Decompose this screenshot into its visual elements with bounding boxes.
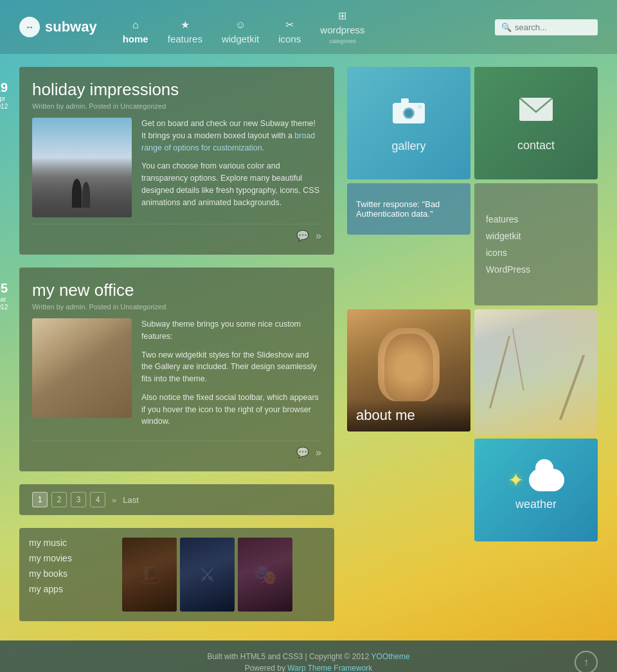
- post-2-meta: Written by admin. Posted in Uncategorize…: [32, 303, 321, 311]
- link-my-apps[interactable]: my apps: [29, 584, 112, 594]
- nav-wordpress-sublabel: categories: [329, 38, 356, 44]
- post-2-text: Subway theme brings you some nice custom…: [141, 318, 321, 434]
- pagination: 1 2 3 4 » Last: [19, 484, 334, 515]
- movie-thumbnails: 🎩 ⚔ 🎭: [122, 538, 325, 612]
- scissors-icon: ✂: [285, 19, 294, 31]
- post-2-footer: 💬 »: [32, 440, 321, 459]
- comment-icon-2[interactable]: 💬: [296, 446, 309, 459]
- silhouette-2: [82, 182, 90, 208]
- widget-links: my music my movies my books my apps: [29, 538, 112, 612]
- office-image: [32, 318, 132, 418]
- post-1-title: holiday impressions: [32, 80, 321, 100]
- tiles-grid: gallery contact Twitter response: "Bad A…: [347, 67, 598, 541]
- post-1-p1: Get on board and check our new Subway th…: [141, 118, 321, 154]
- svg-point-4: [418, 105, 422, 109]
- nav-features-label: features: [168, 33, 202, 44]
- nav-home[interactable]: ⌂ home: [123, 19, 148, 44]
- movie-poster-icon-2: ⚔: [199, 563, 216, 586]
- nav-widgetkit[interactable]: ☺ widgetkit: [222, 19, 259, 44]
- sun-glow: [474, 309, 598, 435]
- search-icon: 🔍: [501, 23, 512, 32]
- movie-thumb-2[interactable]: ⚔: [180, 538, 235, 612]
- arrow-right-icon[interactable]: »: [316, 230, 321, 242]
- contact-label: contact: [517, 139, 555, 152]
- page-1[interactable]: 1: [32, 492, 48, 507]
- tile-gallery[interactable]: gallery: [347, 67, 470, 179]
- post-1-body: Get on board and check our new Subway th…: [32, 118, 321, 217]
- tile-weather[interactable]: ✦ weather: [474, 439, 598, 541]
- tile-nav-wordpress[interactable]: WordPress: [486, 264, 586, 275]
- footer-line-2: Powered by Warp Theme Framework: [12, 664, 605, 672]
- post-1-thumbnail: [32, 118, 132, 217]
- gallery-label: gallery: [391, 140, 425, 153]
- post-1-meta: Written by admin. Posted in Uncategorize…: [32, 102, 321, 110]
- movie-poster-icon-1: 🎩: [138, 563, 161, 586]
- main-nav: ⌂ home ★ features ☺ widgetkit ✂ icons ⊞ …: [123, 10, 495, 44]
- post-1-day: 19: [0, 80, 8, 95]
- back-to-top-button[interactable]: ↑: [575, 651, 598, 672]
- star-icon: ★: [181, 19, 190, 31]
- page-3[interactable]: 3: [71, 492, 86, 507]
- nav-wordpress[interactable]: ⊞ wordpress categories: [320, 10, 364, 44]
- wp-icon: ⊞: [338, 10, 346, 22]
- comment-icon[interactable]: 💬: [296, 230, 309, 242]
- tile-nav-widgetkit[interactable]: widgetkit: [486, 231, 586, 241]
- movie-poster-icon-3: 🎭: [253, 563, 277, 586]
- face-shape: [378, 328, 440, 401]
- post-2-p3: Also notice the fixed social toolbar, wh…: [141, 392, 321, 428]
- search-input[interactable]: [515, 23, 598, 32]
- tile-nav-features[interactable]: features: [486, 214, 586, 224]
- movie-thumb-3[interactable]: 🎭: [238, 538, 292, 612]
- arrow-right-icon-2[interactable]: »: [316, 447, 321, 459]
- tile-about-me[interactable]: about me: [347, 309, 470, 431]
- footer-line-1: Built with HTML5 and CSS3 | Copyright © …: [12, 652, 605, 661]
- nav-widgetkit-label: widgetkit: [222, 33, 259, 44]
- post-2-p2: Two new widgetkit styles for the Slidesh…: [141, 349, 321, 385]
- winter-overlay: [474, 309, 598, 435]
- silhouette-1: [72, 179, 82, 208]
- tile-contact[interactable]: contact: [474, 67, 598, 179]
- tile-nav-icons[interactable]: icons: [486, 248, 586, 258]
- nav-icons[interactable]: ✂ icons: [278, 19, 301, 44]
- logo[interactable]: ↔ subway: [19, 17, 97, 37]
- post-card-2: 05 mar 2012 my new office Written by adm…: [19, 268, 334, 471]
- link-my-music[interactable]: my music: [29, 538, 112, 548]
- search-box[interactable]: 🔍: [495, 19, 598, 35]
- person-icon: ☺: [235, 19, 246, 31]
- yootheme-link[interactable]: YOOtheme: [371, 652, 410, 661]
- post-1-date: 19 apr 2012: [0, 80, 8, 111]
- post-1-month: apr: [0, 95, 8, 103]
- post-2-year: 2012: [0, 304, 8, 311]
- envelope-icon: [517, 94, 555, 132]
- link-my-books[interactable]: my books: [29, 568, 112, 579]
- mountains-image: [32, 118, 132, 217]
- post-card-1: 19 apr 2012 holiday impressions Written …: [19, 67, 334, 255]
- post-2-date: 05 mar 2012: [0, 280, 8, 311]
- nav-features[interactable]: ★ features: [168, 19, 202, 44]
- warp-link[interactable]: Warp Theme Framework: [287, 664, 372, 672]
- sun-rays-icon: ✦: [508, 469, 524, 491]
- movie-thumb-1[interactable]: 🎩: [122, 538, 177, 612]
- link-my-movies[interactable]: my movies: [29, 553, 112, 563]
- tile-winter-photo[interactable]: [474, 309, 598, 435]
- post-1-year: 2012: [0, 103, 8, 111]
- weather-icon-wrap: ✦: [508, 469, 564, 491]
- post-2-title: my new office: [32, 280, 321, 300]
- page-last[interactable]: Last: [123, 495, 139, 505]
- nav-home-label: home: [123, 33, 148, 44]
- post-2-month: mar: [0, 296, 8, 304]
- page-4[interactable]: 4: [90, 492, 105, 507]
- post-2-thumbnail: [32, 318, 132, 418]
- header: ↔ subway ⌂ home ★ features ☺ widgetkit ✂…: [0, 0, 617, 54]
- twitter-text: Twitter response: "Bad Authentication da…: [356, 199, 461, 219]
- main-content: 19 apr 2012 holiday impressions Written …: [0, 54, 617, 634]
- camera-icon: [389, 93, 428, 133]
- bottom-widget: my music my movies my books my apps 🎩 ⚔ …: [19, 528, 334, 621]
- post-2-body: Subway theme brings you some nice custom…: [32, 318, 321, 434]
- left-column: 19 apr 2012 holiday impressions Written …: [19, 67, 334, 621]
- nav-wordpress-label: wordpress: [320, 24, 364, 35]
- page-2[interactable]: 2: [51, 492, 67, 507]
- page-next-arrow[interactable]: »: [112, 495, 116, 505]
- tile-twitter: Twitter response: "Bad Authentication da…: [347, 183, 470, 235]
- post-1-footer: 💬 »: [32, 224, 321, 242]
